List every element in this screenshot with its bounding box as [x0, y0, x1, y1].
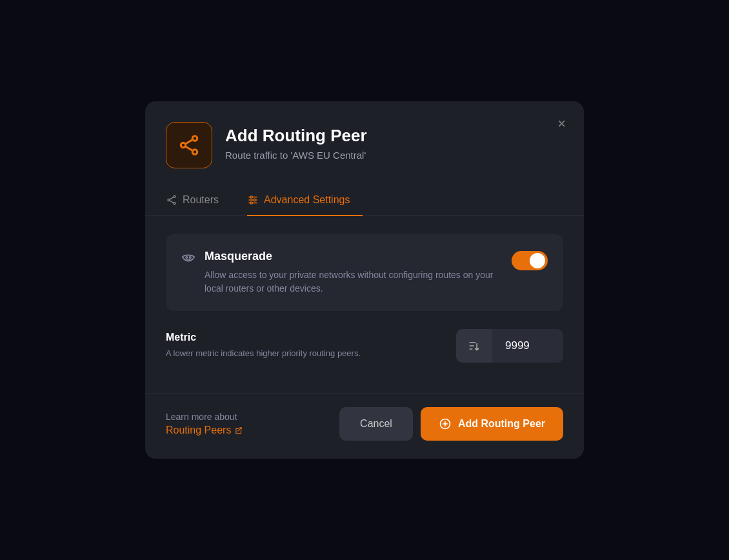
svg-point-16 [186, 257, 188, 259]
svg-point-14 [254, 199, 255, 201]
footer-buttons: Cancel Add Routing Peer [339, 407, 563, 441]
close-button[interactable]: × [552, 114, 571, 134]
masquerade-left: Masquerade Allow access to your private … [181, 250, 499, 295]
masquerade-toggle[interactable] [512, 251, 548, 270]
svg-point-6 [168, 199, 170, 201]
masquerade-title: Masquerade [205, 250, 499, 263]
svg-line-8 [170, 197, 174, 199]
metric-sort-button[interactable] [456, 329, 492, 363]
add-routing-peer-button[interactable]: Add Routing Peer [421, 407, 563, 441]
modal-overlay: Add Routing Peer Route traffic to 'AWS E… [0, 0, 729, 560]
masquerade-toggle-wrap[interactable] [512, 251, 548, 273]
masquerade-card: Masquerade Allow access to your private … [166, 234, 563, 311]
svg-point-7 [174, 203, 175, 205]
add-circle-icon [439, 417, 452, 430]
svg-line-3 [185, 139, 192, 144]
metric-left: Metric A lower metric indicates higher p… [166, 332, 361, 360]
svg-point-0 [192, 136, 197, 141]
learn-more-prefix: Learn more about [166, 412, 237, 422]
sort-icon [468, 339, 481, 352]
routing-peers-link-label: Routing Peers [166, 425, 231, 436]
tabs-container: Routers Advanced Settings [145, 186, 584, 216]
modal-title: Add Routing Peer [225, 126, 367, 146]
advanced-tab-icon [247, 194, 259, 206]
add-routing-peer-label: Add Routing Peer [458, 418, 545, 430]
routers-tab-icon [166, 194, 177, 206]
tab-routers-label: Routers [183, 194, 219, 206]
tab-routers[interactable]: Routers [166, 186, 232, 216]
tab-advanced-label: Advanced Settings [264, 194, 350, 206]
cancel-button[interactable]: Cancel [339, 407, 413, 441]
metric-value-input[interactable] [492, 329, 563, 363]
metric-title: Metric [166, 332, 361, 343]
modal-footer: Learn more about Routing Peers Cancel [145, 394, 584, 459]
svg-point-2 [192, 150, 197, 155]
toggle-thumb [530, 253, 545, 268]
mask-icon [181, 251, 195, 265]
modal-header: Add Routing Peer Route traffic to 'AWS E… [145, 101, 584, 168]
modal-icon-box [166, 122, 212, 168]
learn-more-section: Learn more about Routing Peers [166, 412, 243, 436]
svg-point-1 [181, 143, 186, 148]
svg-line-9 [170, 201, 174, 203]
tab-advanced[interactable]: Advanced Settings [247, 186, 363, 216]
toggle-track [512, 251, 548, 270]
routing-peers-link[interactable]: Routing Peers [166, 425, 243, 436]
masquerade-description: Allow access to your private networks wi… [205, 268, 499, 295]
modal-dialog: Add Routing Peer Route traffic to 'AWS E… [145, 101, 584, 459]
external-link-icon [234, 426, 243, 435]
svg-point-5 [174, 195, 175, 197]
modal-title-area: Add Routing Peer Route traffic to 'AWS E… [225, 122, 367, 161]
metric-section: Metric A lower metric indicates higher p… [166, 329, 563, 363]
modal-subtitle: Route traffic to 'AWS EU Central' [225, 150, 367, 161]
masquerade-icon [181, 251, 195, 268]
metric-description: A lower metric indicates higher priority… [166, 347, 361, 360]
svg-point-13 [250, 196, 252, 198]
masquerade-content: Masquerade Allow access to your private … [205, 250, 499, 295]
metric-input-group [456, 329, 563, 363]
modal-body: Masquerade Allow access to your private … [145, 216, 584, 378]
svg-point-17 [189, 257, 191, 259]
share-icon [177, 134, 201, 157]
svg-point-15 [250, 202, 252, 204]
svg-line-4 [185, 146, 192, 151]
